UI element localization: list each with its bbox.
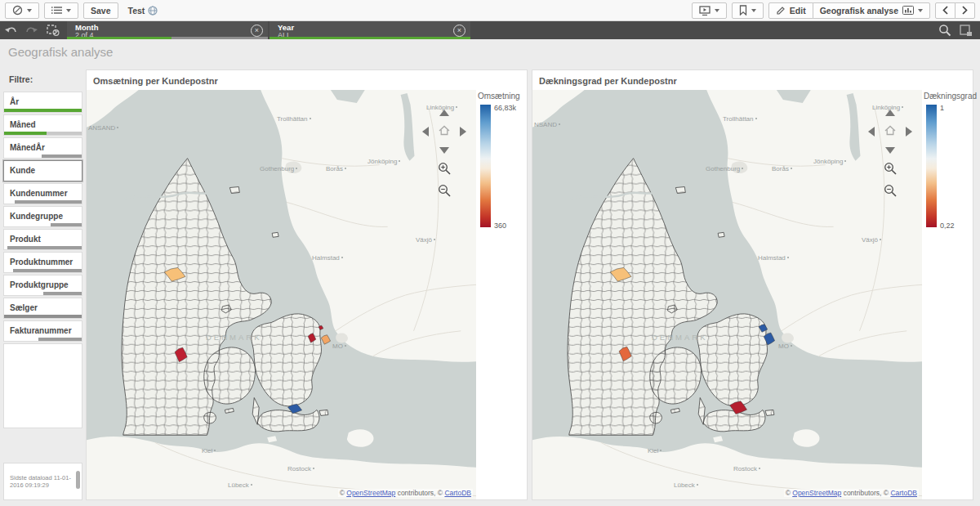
filter-label: Kunde [4,161,82,175]
filter-state-bar [4,292,82,295]
sidebar-empty-box [3,343,82,428]
pan-right-button[interactable] [460,127,466,137]
sidebar-heading: Filtre: [3,70,82,88]
map-controls [866,110,914,198]
global-menu-button[interactable] [5,2,39,19]
map-attribution: © OpenStreetMap contributors, © CartoDB [338,489,473,497]
legend-title: Omsætning [476,90,527,101]
cartodb-link[interactable]: CartoDB [890,489,917,497]
save-label: Save [91,6,111,16]
cartodb-link[interactable]: CartoDB [444,489,471,497]
step-back-button[interactable] [0,21,21,39]
legend-gradient [480,105,491,227]
remove-selection-icon[interactable]: × [453,25,466,37]
filter-state-bar [4,269,82,272]
map-legend: Omsætning 66,83k 360 [476,90,527,499]
chevron-left-icon [942,6,948,15]
filter-listbox[interactable]: Kunde [3,160,82,181]
filter-label: Produkt [4,230,82,244]
zoom-out-button[interactable] [438,184,452,198]
edit-button[interactable]: Edit [768,2,813,19]
home-icon [884,125,896,136]
selections-tool-button[interactable] [956,21,977,39]
step-forward-button[interactable] [21,21,42,39]
chevron-down-icon [27,9,32,12]
filter-state-bar [4,246,82,249]
home-button[interactable] [884,124,896,139]
prev-sheet-button[interactable] [935,2,956,19]
filter-state-bar [4,132,82,135]
globe-icon [148,6,158,16]
chevron-right-icon [962,6,968,15]
filter-state-bar [4,109,82,112]
filter-label: Produktgruppe [4,275,82,289]
map-canvas[interactable]: ANSANDTrollhättanLinköpingGothenburgBorå… [87,90,527,499]
filter-listbox[interactable]: År [3,92,82,113]
filter-state-bar [4,315,82,318]
home-button[interactable] [439,124,450,139]
edit-label: Edit [790,6,806,16]
pan-right-button[interactable] [906,127,912,137]
selection-chip[interactable]: Month 2 of 4 × [67,21,268,39]
app-title: Test [128,6,145,16]
zoom-in-button[interactable] [884,162,898,176]
filter-label: Måned [4,115,82,129]
filter-label: Sælger [4,298,82,312]
save-button[interactable]: Save [83,2,118,19]
filter-listbox[interactable]: Fakturanummer [3,320,82,342]
scrollbar-thumb[interactable] [76,471,80,489]
filter-listbox[interactable]: Produktgruppe [3,275,82,296]
chip-state-bar [67,37,268,39]
top-toolbar: Save Test Edit [0,0,980,21]
map-panel: Omsætning per Kundepostnr ANSANDTrollhät… [86,69,528,500]
pan-left-button[interactable] [422,127,429,137]
zoom-out-button[interactable] [884,184,898,198]
page-title: Geografisk analyse [8,45,113,59]
pan-down-button[interactable] [439,147,449,154]
smart-search-button[interactable] [934,21,956,39]
pan-up-button[interactable] [439,110,449,116]
panel-title: Dækningsgrad per Kundepostnr [532,70,973,90]
filter-listbox[interactable]: Produktnummer [3,252,82,273]
chip-field-name: Year [278,24,452,32]
bookmark-icon [739,5,747,16]
filter-listbox[interactable]: Kundegruppe [3,206,82,227]
osm-link[interactable]: OpenStreetMap [346,489,395,497]
filter-listbox[interactable]: Sælger [3,298,82,319]
filter-listbox[interactable]: MånedÅr [3,137,82,159]
app-options-button[interactable] [44,2,78,19]
dataload-text: Sidste dataload 11-01-2016 09:19:29 [4,463,82,489]
home-icon [439,125,450,136]
bookmarks-button[interactable] [732,2,764,19]
filter-listbox[interactable]: Produkt [3,229,82,250]
chevron-down-icon [66,9,71,12]
selection-chip[interactable]: Year ALL × [270,21,470,39]
storytelling-button[interactable] [692,2,727,19]
list-icon [51,6,62,15]
clear-selections-button[interactable] [42,21,64,39]
legend-max-value: 1 [940,104,944,112]
map-canvas[interactable]: NSANDTrollhättanLinköpingGothenburgBorås… [532,90,973,499]
legend-title: Dækningsgrad [922,90,973,101]
filter-state-bar [4,154,82,158]
pan-down-button[interactable] [885,147,895,154]
selections-bar: Month 2 of 4 × Year ALL × [0,21,980,39]
filter-state-bar [4,200,82,204]
chevron-down-icon [751,9,756,12]
next-sheet-button[interactable] [955,2,975,19]
map-legend: Dækningsgrad 1 0,22 [922,90,973,499]
panel-title: Omsætning per Kundepostnr [87,70,527,90]
remove-selection-icon[interactable]: × [251,25,263,37]
filter-listbox[interactable]: Måned [3,114,82,136]
pan-up-button[interactable] [885,110,895,116]
map-attribution: © OpenStreetMap contributors, © CartoDB [784,489,919,497]
pan-left-button[interactable] [868,127,875,137]
legend-min-value: 0,22 [940,222,955,230]
filter-label: Produktnummer [4,253,82,266]
sheet-selector[interactable]: Geografisk analyse [813,2,930,19]
osm-link[interactable]: OpenStreetMap [792,489,841,497]
zoom-in-button[interactable] [438,162,452,176]
filter-state-bar [4,338,82,341]
filter-listbox[interactable]: Kundenummer [3,183,82,204]
chevron-down-icon [715,9,719,12]
